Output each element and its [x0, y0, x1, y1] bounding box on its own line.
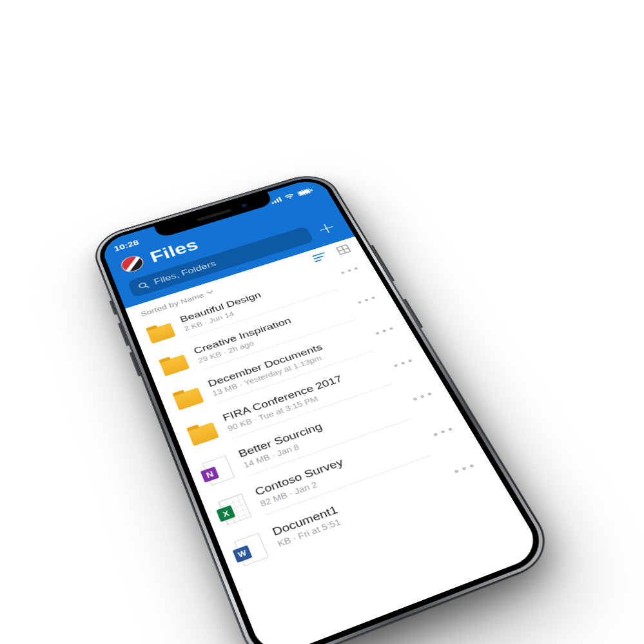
more-button[interactable]: ∘∘∘: [410, 389, 439, 409]
more-button[interactable]: ∘∘∘: [451, 460, 482, 482]
device-frame: 10:28: [88, 169, 561, 644]
excel-icon: [216, 493, 253, 525]
more-button[interactable]: ∘∘∘: [431, 424, 460, 445]
svg-point-3: [139, 282, 146, 289]
front-camera: [240, 202, 249, 208]
folder-icon: [171, 385, 206, 413]
svg-line-4: [146, 286, 149, 288]
onenote-icon: [200, 455, 237, 486]
word-icon: [233, 533, 271, 567]
